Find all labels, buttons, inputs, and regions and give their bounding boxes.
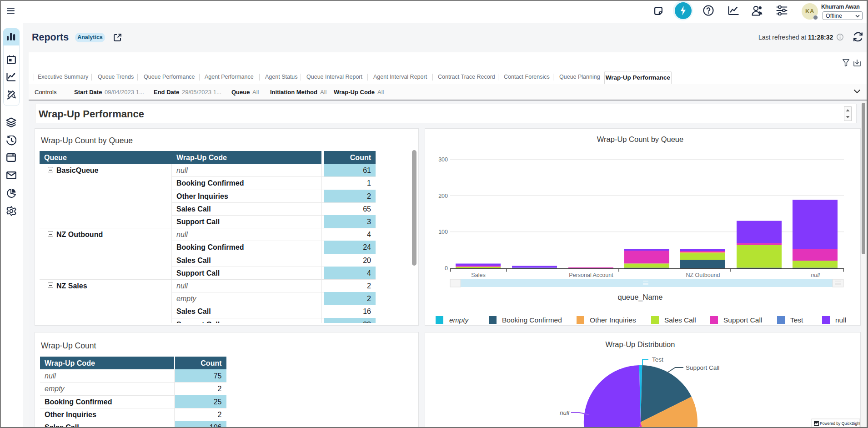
svg-text:Test: Test [790, 316, 803, 324]
svg-text:Support Call: Support Call [686, 364, 719, 371]
svg-text:queue_Name: queue_Name [617, 293, 662, 302]
svg-text:Wrap-Up Count by Queue: Wrap-Up Count by Queue [597, 135, 683, 143]
svg-text:Support Call: Support Call [723, 316, 762, 324]
svg-text:Powered by QuickSight: Powered by QuickSight [820, 421, 860, 426]
svg-text:0: 0 [445, 265, 448, 272]
svg-text:null: null [811, 272, 820, 278]
svg-text:100: 100 [438, 229, 448, 235]
svg-text:Other Inquiries: Other Inquiries [590, 316, 636, 324]
svg-text:null: null [835, 316, 846, 324]
svg-text:Booking Confirmed: Booking Confirmed [502, 316, 562, 324]
svg-text:null: null [560, 409, 570, 416]
svg-text:Sales Call: Sales Call [664, 316, 696, 324]
svg-text:Sales: Sales [471, 272, 485, 278]
svg-text:empty: empty [449, 316, 469, 324]
svg-text:300: 300 [438, 156, 448, 163]
svg-text:200: 200 [438, 193, 448, 199]
svg-text:Test: Test [652, 356, 663, 363]
svg-text:NZ Outbound: NZ Outbound [686, 272, 720, 278]
svg-text:Wrap-Up Distribution: Wrap-Up Distribution [606, 340, 675, 348]
svg-text:Personal Account: Personal Account [569, 272, 613, 278]
